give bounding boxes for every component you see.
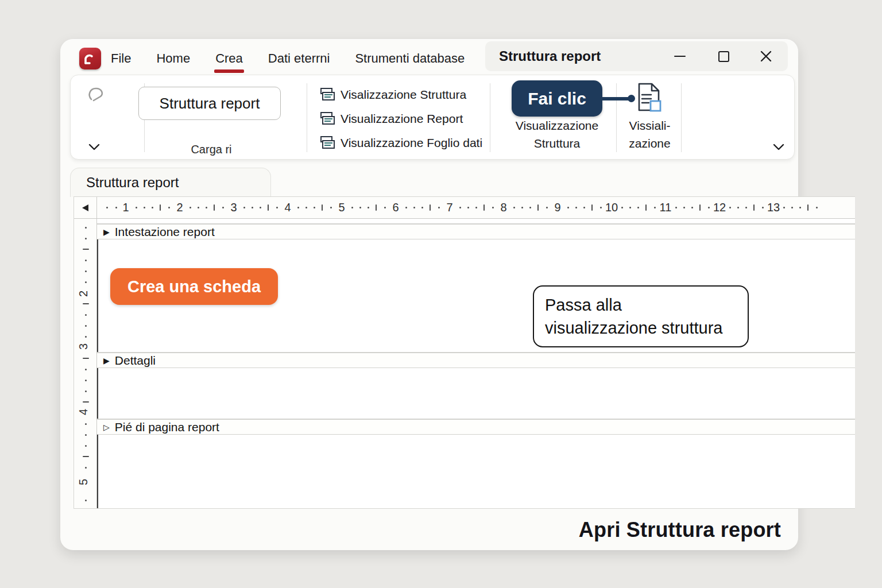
maximize-button[interactable] xyxy=(714,47,733,65)
menu-tab-crea[interactable]: Crea xyxy=(215,51,243,66)
ruler-tick xyxy=(85,467,87,469)
ruler-tick xyxy=(621,207,623,208)
ruler-tick xyxy=(699,204,701,211)
ruler-tick xyxy=(413,207,415,208)
ruler-tick xyxy=(160,204,161,211)
ruler-tick xyxy=(85,434,87,436)
crea-una-scheda-button[interactable]: Crea una scheda xyxy=(110,268,278,305)
group-label-line: Struttura xyxy=(502,134,612,152)
view-option-visualizzazione-foglio-dati[interactable]: Visualizzazione Foglio dati xyxy=(320,135,482,150)
design-view-icon xyxy=(320,87,335,102)
ruler-tick xyxy=(637,207,639,208)
ruler-tick xyxy=(521,207,523,208)
title-panel: Struttura report xyxy=(485,41,788,71)
section-header-pie-di-pagina[interactable]: ▷ Pié di pagina report xyxy=(97,419,855,435)
ruler-tick xyxy=(575,207,577,208)
ruler-tick xyxy=(276,207,278,208)
design-view-big-button[interactable] xyxy=(635,82,664,117)
group-label-vissializazione: Vissiali- zazione xyxy=(614,117,686,152)
ruler-tick xyxy=(243,207,245,208)
report-canvas: ▶ Intestazione report ▶ Dettagli ▷ Pié d… xyxy=(97,219,855,508)
struttura-report-button[interactable]: Struttura report xyxy=(138,87,281,120)
section-header-dettagli[interactable]: ▶ Dettagli xyxy=(97,352,855,368)
ruler-tick xyxy=(654,207,656,208)
ruler-tick xyxy=(691,207,693,208)
menu-tab-dati-eterrni[interactable]: Dati eterrni xyxy=(268,51,330,66)
group-label-visualizzazione-struttura: Visualizzazione Struttura xyxy=(502,117,612,152)
menu-tab-bar: FileHomeCreaDati eterrniStrumenti databa… xyxy=(111,49,465,68)
ruler-number: 3 xyxy=(230,201,237,214)
ruler-tick xyxy=(189,207,191,208)
ruler-tick xyxy=(591,204,593,211)
ruler-tick xyxy=(438,207,440,208)
undo-button[interactable] xyxy=(86,84,109,109)
document-tab-struttura-report[interactable]: Struttura report xyxy=(70,168,271,197)
ruler-tick xyxy=(85,260,87,261)
ruler-tick xyxy=(330,207,332,208)
ruler-tick xyxy=(745,207,747,208)
section-title: Dettagli xyxy=(115,354,156,368)
ruler-tick xyxy=(430,204,431,211)
ruler-tick xyxy=(529,207,531,208)
ruler-tick xyxy=(629,207,631,208)
view-option-visalizzazione-struttura[interactable]: Visalizzazione Struttura xyxy=(320,87,482,102)
ruler-tick xyxy=(368,207,369,208)
menu-tab-home[interactable]: Home xyxy=(156,51,190,66)
ruler-tick xyxy=(106,207,108,208)
ruler-tick xyxy=(384,207,386,208)
callout-connector-end xyxy=(628,95,635,102)
close-button[interactable] xyxy=(756,47,776,65)
ruler-tick xyxy=(206,207,207,208)
view-option-visualizzazione-report[interactable]: Visualizzazione Report xyxy=(320,111,482,126)
ruler-tick xyxy=(85,423,87,425)
ruler-tick xyxy=(708,207,710,208)
ruler-tick xyxy=(492,207,494,208)
tooltip-line: Passa alla xyxy=(545,293,748,316)
ruler-corner[interactable] xyxy=(74,197,97,219)
ribbon-collapse-chevron[interactable] xyxy=(772,143,785,153)
ribbon-group-chevron[interactable] xyxy=(88,143,100,153)
ruler-number: 9 xyxy=(554,201,560,214)
ruler-tick xyxy=(297,207,299,208)
section-header-intestazione[interactable]: ▶ Intestazione report xyxy=(97,223,855,239)
document-tab-label: Struttura report xyxy=(86,175,179,191)
ruler-tick xyxy=(816,207,818,208)
ruler-number: 5 xyxy=(338,201,345,214)
report-canvas-grid-pie-di-pagina[interactable] xyxy=(97,435,855,509)
passa-alla-tooltip: Passa alla visualizzazione struttura xyxy=(533,285,749,347)
ruler-tick xyxy=(729,207,731,208)
group-label-line: zazione xyxy=(614,134,686,152)
ruler-number: 1 xyxy=(122,201,129,214)
ruler-tick xyxy=(467,207,469,208)
ruler-tick xyxy=(459,207,461,208)
callout-connector xyxy=(600,97,631,100)
ruler-tick xyxy=(513,207,515,208)
window-title: Struttura report xyxy=(499,48,601,64)
ruler-tick xyxy=(737,207,739,208)
group-label-line: Vissiali- xyxy=(614,117,686,134)
ruler-number: 8 xyxy=(500,201,506,214)
ruler-tick xyxy=(807,204,808,211)
view-option-label: Visualizzazione Foglio dati xyxy=(341,136,482,150)
report-canvas-grid-dettagli[interactable] xyxy=(97,368,855,419)
menu-tab-file[interactable]: File xyxy=(111,51,131,66)
ruler-tick xyxy=(136,207,137,208)
vertical-ruler: 2345 xyxy=(74,219,97,508)
menu-tab-strumenti-database[interactable]: Strumenti database xyxy=(355,51,465,66)
ruler-tick xyxy=(600,207,602,208)
caption-apri-struttura-report: Apri Struttura report xyxy=(579,518,781,542)
ruler-tick xyxy=(753,204,755,211)
ruler-tick xyxy=(85,325,87,327)
view-menu: Visalizzazione StrutturaVisualizzazione … xyxy=(320,87,482,150)
minimize-button[interactable] xyxy=(670,47,690,65)
access-app-icon[interactable] xyxy=(79,48,101,69)
ruler-tick xyxy=(359,207,361,208)
undo-icon xyxy=(86,84,109,106)
ruler-corner-triangle-icon xyxy=(82,204,88,211)
datasheet-view-icon xyxy=(320,136,335,150)
ruler-tick xyxy=(791,207,793,208)
ruler-tick xyxy=(198,207,199,208)
ruler-tick xyxy=(314,207,315,208)
ruler-tick xyxy=(85,369,87,370)
minimize-icon xyxy=(674,56,686,57)
